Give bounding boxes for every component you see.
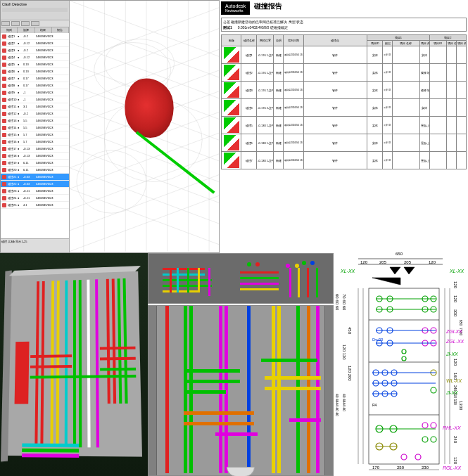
col-desc: 说明	[274, 35, 284, 46]
clash-row[interactable]: 碰撞12●-0.23485939/0/23	[1, 110, 69, 117]
pipe-green	[118, 278, 122, 404]
clash-st: ●	[18, 112, 23, 115]
riser-label: Jl-XX	[446, 352, 458, 356]
svg-rect-6	[369, 288, 439, 464]
report-table: 图像 碰撞名称 网格位置 说明 找到日期 碰撞点 项目1 项目2 项目ID 图层…	[221, 34, 467, 169]
c-desc: 硬碰撞2016/9/5 13:14:36x:478.376, y:-5.556,…	[284, 64, 303, 82]
clash-row[interactable]: 碰撞22●-0.033485939/0/23	[1, 181, 69, 188]
report-row: 碰撞3-0.176 2-交件新建硬碰撞2016/9/5 13:14:36x:47…	[222, 82, 467, 99]
tab-rules[interactable]: 规则	[1, 27, 18, 33]
status-icon	[2, 63, 6, 67]
3d-viewport[interactable]	[70, 1, 219, 252]
tool-btn[interactable]	[11, 21, 20, 26]
clash-row[interactable]: 碰撞4●-0.123485939/0/23	[1, 54, 69, 61]
clash-row[interactable]: 碰撞11●3.13485939/0/23	[1, 103, 69, 110]
dim-r: 240	[453, 436, 457, 443]
clash-row[interactable]: 碰撞21●-0.033485939/0/23	[1, 174, 69, 181]
c-st: 新建	[274, 46, 284, 64]
c-t1: 楼梯 地面	[419, 64, 429, 82]
clash-panel: Clash Detective 规则 选择 结果 报告 碰撞1●-0.23485…	[1, 1, 70, 252]
c-ly1: 元素 ID: 1120053	[383, 134, 393, 152]
dim-l: 450	[348, 327, 352, 334]
clash-row[interactable]: 碰撞24●-0.213485939/0/23	[1, 195, 69, 202]
c-id1: 实体	[367, 134, 383, 152]
tab-report[interactable]: 报告	[52, 27, 69, 33]
branch-yellow	[265, 376, 321, 380]
c-n1	[393, 117, 419, 134]
clash-desc: 3485939/0/23	[36, 154, 69, 157]
clash-desc: 3485939/0/23	[36, 182, 69, 186]
tab-select[interactable]: 选择	[18, 27, 34, 33]
c-id1: 实体	[367, 99, 383, 117]
c-n2	[446, 64, 456, 82]
pipe-green	[79, 280, 82, 447]
branch-red	[100, 357, 136, 361]
c-pt: 管件	[303, 46, 367, 64]
floor-cyan	[22, 444, 79, 448]
pipe-cyan	[65, 281, 68, 447]
tool-btn[interactable]	[21, 21, 30, 26]
clash-row[interactable]: 碰撞23●-0.213485939/0/23	[1, 188, 69, 195]
svg-point-48	[415, 454, 421, 460]
clash-row[interactable]: 碰撞18●-0.133485939/0/23	[1, 153, 69, 160]
clash-row[interactable]: 碰撞3●-0.23485939/0/23	[1, 47, 69, 54]
panel-title: Clash Detective	[2, 2, 68, 6]
status-icon	[2, 98, 6, 102]
clash-st: ●	[18, 56, 23, 59]
dim-l: 120 120	[342, 345, 346, 360]
clash-st: ●	[18, 41, 23, 45]
clash-dist: 0.17	[23, 84, 36, 87]
c-ly1: 元素 ID: 1120053	[383, 117, 393, 134]
c-desc: 硬碰撞2016/9/5 13:14:36x:478.175, y:-5.764,…	[284, 117, 303, 134]
report-row: 碰撞6-0.130 1-交件新建硬碰撞2016/9/5 13:14:36x:47…	[222, 134, 467, 152]
tool-btn[interactable]	[1, 21, 10, 26]
clash-st: ●	[18, 105, 23, 108]
clash-row[interactable]: 碰撞17●-0.133485939/0/23	[1, 146, 69, 153]
clash-row[interactable]: 碰撞2●-0.123485939/0/23	[1, 40, 69, 47]
clash-dist: 5.5	[23, 119, 36, 122]
dim: 205	[379, 260, 386, 264]
col-status: 网格位置	[257, 35, 274, 46]
clash-desc: 3485939/0/23	[36, 140, 69, 143]
c-id2	[429, 46, 446, 64]
clash-row[interactable]: 碰撞14●5.53485939/0/23	[1, 124, 69, 131]
clash-name: 碰撞11	[8, 105, 18, 108]
dim-r: 120	[453, 281, 457, 288]
clash-row[interactable]: 碰撞20●6.113485939/0/23	[1, 167, 69, 174]
tab-results[interactable]: 结果	[35, 27, 52, 33]
clash-list[interactable]: 碰撞1●-0.23485939/0/23碰撞2●-0.123485939/0/2…	[1, 33, 69, 238]
clash-name: 碰撞4	[8, 56, 18, 59]
tool-btn[interactable]	[31, 21, 39, 26]
clash-row[interactable]: 碰撞15●5.73485939/0/23	[1, 131, 69, 139]
riser-label: ZGl-XX	[446, 329, 462, 334]
clash-row[interactable]: 碰撞16●5.73485939/0/23	[1, 139, 69, 146]
clash-st: ●	[18, 189, 23, 193]
clash-row[interactable]: 碰撞13●5.53485939/0/23	[1, 117, 69, 124]
report-title: 碰撞报告	[254, 1, 282, 11]
clash-row[interactable]: 碰撞1●-0.23485939/0/23	[1, 33, 69, 40]
clash-row[interactable]: 碰撞8●0.173485939/0/23	[1, 82, 69, 89]
c-st: 新建	[274, 99, 284, 117]
clash-desc: 3485939/0/23	[36, 98, 69, 101]
clash-st: ●	[18, 91, 23, 94]
col-point: 碰撞点	[303, 35, 367, 46]
clash-row[interactable]: 碰撞19●6.113485939/0/23	[1, 160, 69, 167]
c-n2	[446, 134, 456, 152]
clash-row[interactable]: 碰撞7●0.173485939/0/23	[1, 75, 69, 82]
clash-st: ●	[18, 133, 23, 136]
clash-dist: -0.12	[23, 41, 36, 45]
clash-row[interactable]: 碰撞9●-13485939/0/23	[1, 89, 69, 96]
col-ly1: 图层	[383, 41, 393, 46]
clash-row[interactable]: 碰撞6●0.133485939/0/23	[1, 68, 69, 75]
clash-dist: -0.21	[23, 196, 36, 200]
plan-riser	[177, 268, 179, 292]
clash-row[interactable]: 碰撞10●-13485939/0/23	[1, 96, 69, 103]
status-icon	[2, 49, 6, 53]
status-icon	[2, 34, 6, 39]
branch-green	[184, 390, 226, 394]
riser-red	[165, 306, 169, 473]
clash-row[interactable]: 碰撞25●4.13485939/0/23	[1, 202, 69, 209]
dim-r: 1300	[459, 401, 463, 410]
clash-st: ●	[18, 161, 23, 165]
clash-row[interactable]: 碰撞5●0.133485939/0/23	[1, 61, 69, 68]
